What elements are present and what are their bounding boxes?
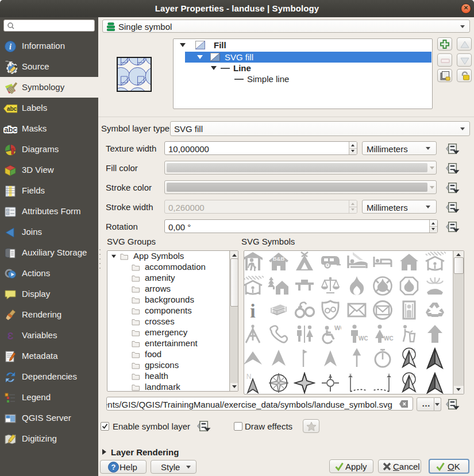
svg-text:N: N (246, 373, 252, 381)
svg-text:B&B: B&B (273, 256, 285, 262)
svg-text:WC: WC (384, 335, 394, 342)
svg-text:abc: abc (4, 125, 17, 134)
svg-text:WC: WC (334, 324, 341, 331)
svg-text:i: i (9, 42, 11, 51)
svg-text:i: i (250, 300, 255, 321)
svg-text:abc: abc (7, 106, 17, 112)
svg-text:Ɛ: Ɛ (7, 331, 14, 342)
svg-text:WC: WC (359, 335, 368, 342)
svg-text:?: ? (111, 463, 116, 471)
